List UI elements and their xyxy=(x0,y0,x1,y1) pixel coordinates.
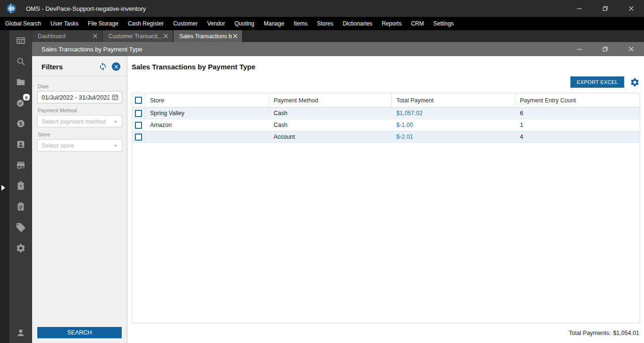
tab-close-icon[interactable] xyxy=(232,33,238,40)
menu-customer[interactable]: Customer xyxy=(168,17,202,30)
store-select[interactable]: Select store xyxy=(37,139,122,151)
expand-arrow-icon[interactable] xyxy=(1,185,5,191)
total-payments-value: $1,054.01 xyxy=(613,330,639,336)
window-close-button[interactable] xyxy=(618,0,644,17)
menu-cash-register[interactable]: Cash Register xyxy=(123,17,168,30)
cell-payment-method: Cash xyxy=(269,119,392,131)
page-title: Sales Transactions by Payment Type xyxy=(132,63,644,71)
icon-sidebar: 6 $ ? xyxy=(9,30,32,343)
menu-items[interactable]: Items xyxy=(289,17,312,30)
row-checkbox[interactable] xyxy=(135,110,142,117)
sidebar-item-file-storage[interactable] xyxy=(9,72,32,92)
grid-settings-button[interactable] xyxy=(629,77,640,87)
menu-vendor[interactable]: Vendor xyxy=(202,17,230,30)
cell-total-payment-link[interactable]: $-1.00 xyxy=(392,119,515,131)
gear-icon xyxy=(630,77,640,87)
tab-close-icon[interactable] xyxy=(162,33,169,40)
sidebar-item-help-tasks[interactable]: ? xyxy=(9,176,32,196)
cell-total-payment-link[interactable]: $-2.01 xyxy=(392,131,515,142)
table-row[interactable]: Spring Valley Cash $1,057.02 6 xyxy=(132,108,640,119)
row-checkbox-cell xyxy=(132,131,145,142)
menu-quoting[interactable]: Quoting xyxy=(230,17,259,30)
inner-close-button[interactable] xyxy=(618,42,644,56)
date-range-input[interactable] xyxy=(37,91,122,103)
inner-minimize-button[interactable] xyxy=(566,42,592,56)
sidebar-item-orders[interactable] xyxy=(9,196,32,217)
column-header-payment-entry-count[interactable]: Payment Entry Count xyxy=(515,93,640,108)
window-minimize-button[interactable] xyxy=(566,0,592,17)
window-restore-button[interactable] xyxy=(592,0,618,17)
cell-payment-method: Cash xyxy=(269,108,392,119)
inner-window-title-bar: Sales Transactions by Payment Type xyxy=(32,42,644,56)
column-header-store[interactable]: Store xyxy=(145,93,269,108)
menu-global-search[interactable]: Global Search xyxy=(0,17,46,30)
calendar-icon[interactable] xyxy=(111,93,119,101)
clear-filters-button[interactable] xyxy=(111,61,121,72)
menu-user-tasks[interactable]: User Tasks xyxy=(46,17,83,30)
search-button[interactable]: SEARCH xyxy=(37,327,122,338)
menu-stores[interactable]: Stores xyxy=(312,17,338,30)
payment-method-placeholder: Select payment method xyxy=(42,118,106,125)
header-checkbox-cell xyxy=(132,93,145,108)
menu-settings[interactable]: Settings xyxy=(428,17,458,30)
dashboard-icon xyxy=(16,35,26,46)
table-row[interactable]: Account $-2.01 4 xyxy=(132,131,640,143)
svg-text:$: $ xyxy=(19,121,22,126)
sidebar-item-stores[interactable] xyxy=(9,155,32,176)
window-title-bar: OMS - DevPace-Support-negative-inventory xyxy=(0,0,644,17)
filters-spacer xyxy=(32,151,127,327)
sidebar-item-cash[interactable]: $ xyxy=(9,113,32,134)
totals-footer: Total Payments: $1,054.01 xyxy=(127,323,644,336)
menu-file-storage[interactable]: File Storage xyxy=(83,17,123,30)
minimize-icon xyxy=(576,46,583,52)
task-count-badge: 6 xyxy=(23,94,30,100)
select-all-checkbox[interactable] xyxy=(135,97,142,104)
tab-label: Sales Transactions b... xyxy=(179,33,232,40)
chevron-down-icon xyxy=(114,121,117,123)
toolbar: EXPORT EXCEL xyxy=(127,76,640,88)
sidebar-item-dashboard[interactable] xyxy=(9,30,32,51)
refresh-icon xyxy=(99,62,107,71)
restore-icon xyxy=(602,5,609,12)
table-row[interactable]: Amazon Cash $-1.00 1 xyxy=(132,119,640,131)
gear-icon xyxy=(16,243,26,253)
store-placeholder: Select store xyxy=(42,142,74,149)
menu-dictionaries[interactable]: Dictionaries xyxy=(338,17,377,30)
column-header-total-payment[interactable]: Total Payment xyxy=(392,93,515,108)
payment-method-select[interactable]: Select payment method xyxy=(37,115,122,127)
export-excel-button[interactable]: EXPORT EXCEL xyxy=(570,76,624,88)
close-icon xyxy=(628,46,635,52)
sidebar-item-pricing[interactable] xyxy=(9,217,32,238)
tab-dashboard[interactable]: Dashboard xyxy=(32,30,102,42)
cell-total-payment-link[interactable]: $1,057.02 xyxy=(392,108,515,119)
inner-restore-button[interactable] xyxy=(592,42,618,56)
store-icon xyxy=(16,160,26,170)
chevron-down-icon xyxy=(114,145,117,147)
cell-payment-method: Account xyxy=(269,131,392,142)
minimize-icon xyxy=(576,5,583,12)
menu-crm[interactable]: CRM xyxy=(406,17,428,30)
sidebar-item-search[interactable] xyxy=(9,51,32,72)
menu-reports[interactable]: Reports xyxy=(377,17,406,30)
column-header-payment-method[interactable]: Payment Method xyxy=(269,93,392,108)
sidebar-item-settings[interactable] xyxy=(9,238,32,259)
sidebar-item-tasks[interactable]: 6 xyxy=(9,92,32,113)
sidebar-item-customers[interactable] xyxy=(9,134,32,155)
tab-close-icon[interactable] xyxy=(92,33,98,40)
row-checkbox[interactable] xyxy=(135,134,142,141)
results-table: Store Payment Method Total Payment Payme… xyxy=(132,93,640,323)
date-label: Date xyxy=(38,84,122,89)
row-checkbox[interactable] xyxy=(135,122,142,129)
filters-title: Filters xyxy=(42,63,95,71)
tab-customer-transactions[interactable]: Customer Transacti... xyxy=(103,30,173,42)
total-payments-label: Total Payments: xyxy=(569,330,611,336)
cell-payment-entry-count: 1 xyxy=(515,119,640,131)
refresh-filters-button[interactable] xyxy=(98,61,108,72)
menu-manage[interactable]: Manage xyxy=(259,17,289,30)
payment-method-label: Payment Method xyxy=(38,108,122,113)
tab-sales-transactions[interactable]: Sales Transactions b... xyxy=(174,30,242,42)
contact-card-icon xyxy=(16,139,26,150)
sidebar-item-user-profile[interactable] xyxy=(9,322,32,343)
menu-bar: Global Search User Tasks File Storage Ca… xyxy=(0,17,644,30)
inner-window-title: Sales Transactions by Payment Type xyxy=(42,46,566,53)
